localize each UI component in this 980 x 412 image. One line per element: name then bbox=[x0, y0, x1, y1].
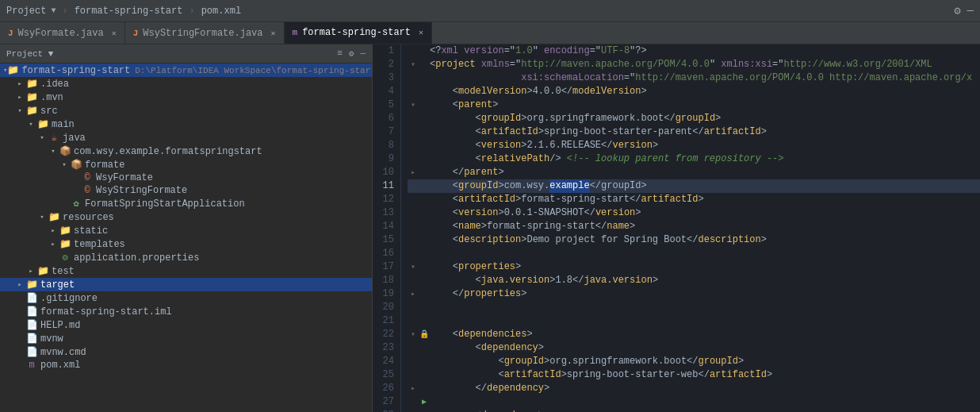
line-num-1: 1 bbox=[379, 44, 394, 58]
tree-node-java[interactable]: ▾ ☕ java bbox=[0, 131, 372, 144]
tree-node-mvnw[interactable]: ▸ 📄 mvnw bbox=[0, 332, 372, 345]
gutter-5 bbox=[419, 98, 430, 112]
fold-28[interactable] bbox=[408, 409, 419, 412]
line-num-3: 3 bbox=[379, 71, 394, 85]
fold-11[interactable] bbox=[408, 179, 419, 193]
code-line-13: <version>0.0.1-SNAPSHOT</version> bbox=[408, 206, 980, 220]
tree-node-appprops[interactable]: ▸ ⚙ application.properties bbox=[0, 251, 372, 264]
fold-12[interactable] bbox=[408, 193, 419, 206]
tree-node-templates[interactable]: ▸ 📁 templates bbox=[0, 237, 372, 251]
fold-24[interactable] bbox=[408, 355, 419, 368]
fold-5[interactable]: ▾ bbox=[408, 98, 419, 112]
code-line-22: ▾ 🔒 <dependencies> bbox=[408, 328, 980, 341]
code-line-4: <modelVersion>4.0.0</modelVersion> bbox=[408, 85, 980, 98]
tree-label-mvn: .mvn bbox=[40, 92, 63, 103]
tree-node-mvnwcmd[interactable]: ▸ 📄 mvnw.cmd bbox=[0, 345, 372, 359]
tab-close-icon[interactable]: ✕ bbox=[419, 28, 423, 37]
fold-20[interactable] bbox=[408, 301, 419, 314]
class-icon: © bbox=[81, 172, 94, 183]
tree-node-appclass[interactable]: ▸ ✿ FormatSpringStartApplication bbox=[0, 197, 372, 210]
sidebar-header-icons: ≡ ⚙ — bbox=[337, 48, 366, 59]
tree-node-help[interactable]: ▸ 📄 HELP.md bbox=[0, 318, 372, 332]
src-folder-icon: 📁 bbox=[25, 105, 38, 117]
tree-node-root[interactable]: ▾ 📁 format-spring-start D:\Platform\IDEA… bbox=[0, 64, 372, 77]
dropdown-arrow-icon[interactable]: ▼ bbox=[51, 6, 56, 15]
settings-icon[interactable]: ⚙ bbox=[954, 4, 960, 17]
fold-19[interactable]: ▸ bbox=[408, 287, 419, 301]
file-icon: 📄 bbox=[25, 292, 38, 304]
tree-arrow-java: ▾ bbox=[36, 133, 48, 142]
fold-10[interactable]: ▸ bbox=[408, 166, 419, 179]
folder-icon: 📁 bbox=[25, 78, 38, 90]
tree-node-idea[interactable]: ▸ 📁 .idea bbox=[0, 77, 372, 90]
code-line-11: <groupId>com.wsy.example</groupId> bbox=[408, 179, 980, 193]
project-label[interactable]: Project bbox=[6, 6, 46, 17]
fold-21[interactable] bbox=[408, 314, 419, 328]
tab-close-icon[interactable]: ✕ bbox=[271, 29, 276, 38]
breadcrumb-separator2: › bbox=[189, 6, 194, 17]
tab-close-icon[interactable]: ✕ bbox=[112, 29, 117, 38]
fold-23[interactable] bbox=[408, 341, 419, 355]
tab-wsystringformate[interactable]: J WsyStringFormate.java ✕ bbox=[125, 22, 285, 44]
tree-arrow-templates: ▸ bbox=[48, 240, 59, 248]
tree-node-formate[interactable]: ▾ 📦 formate bbox=[0, 158, 372, 171]
fold-3[interactable] bbox=[408, 71, 419, 85]
tree-label-target: target bbox=[40, 279, 75, 291]
settings-icon[interactable]: ⚙ bbox=[349, 48, 354, 59]
tree-node-resources[interactable]: ▾ 📁 resources bbox=[0, 210, 372, 224]
tab-pomxml[interactable]: m format-spring-start ✕ bbox=[285, 22, 432, 44]
fold-4[interactable] bbox=[408, 85, 419, 98]
tab-label: WsyStringFormate.java bbox=[143, 28, 262, 39]
tree-node-wsyformate[interactable]: ▸ © WsyFormate bbox=[0, 171, 372, 184]
fold-16[interactable] bbox=[408, 247, 419, 260]
tree-node-wsystringformate[interactable]: ▸ © WsyStringFormate bbox=[0, 184, 372, 197]
gutter-20 bbox=[419, 301, 430, 314]
fold-7[interactable] bbox=[408, 125, 419, 139]
sidebar-header: Project ▼ ≡ ⚙ — bbox=[0, 44, 372, 64]
fold-17[interactable]: ▾ bbox=[408, 260, 419, 274]
tree-label-resources: resources bbox=[63, 212, 114, 223]
highlight-example: example bbox=[549, 179, 589, 193]
breadcrumb-file: pom.xml bbox=[201, 6, 241, 17]
tree-label-appclass: FormatSpringStartApplication bbox=[85, 198, 245, 210]
fold-1[interactable] bbox=[408, 44, 419, 58]
tree-node-main[interactable]: ▾ 📁 main bbox=[0, 117, 372, 131]
tree-arrow-target: ▸ bbox=[14, 280, 25, 289]
line-num-23: 23 bbox=[379, 341, 394, 355]
line-num-28: 28 bbox=[379, 409, 394, 412]
fold-27[interactable] bbox=[408, 395, 419, 409]
tab-wsyformate[interactable]: J WsyFormate.java ✕ bbox=[0, 22, 125, 44]
tree-node-iml[interactable]: ▸ 📄 format-spring-start.iml bbox=[0, 305, 372, 318]
fold-6[interactable] bbox=[408, 112, 419, 125]
line-num-6: 6 bbox=[379, 112, 394, 125]
fold-14[interactable] bbox=[408, 220, 419, 233]
minus-icon[interactable]: — bbox=[360, 48, 366, 59]
tree-label-src: src bbox=[40, 106, 58, 117]
tree-node-gitignore[interactable]: ▸ 📄 .gitignore bbox=[0, 291, 372, 305]
tree-node-target[interactable]: ▸ 📁 target bbox=[0, 278, 372, 291]
xml-icon: m bbox=[293, 28, 298, 37]
tree-node-pom[interactable]: ▸ m pom.xml bbox=[0, 359, 372, 372]
tree-label-pom: pom.xml bbox=[40, 360, 80, 371]
fold-8[interactable] bbox=[408, 139, 419, 152]
tree-arrow-formate: ▾ bbox=[59, 160, 70, 169]
fold-18[interactable] bbox=[408, 274, 419, 287]
tree-node-static[interactable]: ▸ 📁 static bbox=[0, 224, 372, 237]
fold-22[interactable]: ▾ bbox=[408, 328, 419, 341]
tree-node-src[interactable]: ▾ 📁 src bbox=[0, 104, 372, 117]
code-line-10: ▸ </parent> bbox=[408, 166, 980, 179]
equalize-icon[interactable]: ≡ bbox=[337, 48, 343, 59]
tree-node-mvn[interactable]: ▸ 📁 .mvn bbox=[0, 90, 372, 104]
fold-15[interactable] bbox=[408, 233, 419, 247]
file-icon: 📄 bbox=[25, 333, 38, 345]
fold-25[interactable] bbox=[408, 368, 419, 382]
main-layout: Project ▼ ≡ ⚙ — ▾ 📁 format-spring-start … bbox=[0, 44, 980, 412]
fold-26[interactable]: ▸ bbox=[408, 382, 419, 395]
tree-node-test[interactable]: ▸ 📁 test bbox=[0, 264, 372, 278]
tree-node-com[interactable]: ▾ 📦 com.wsy.example.formatspringstart bbox=[0, 144, 372, 158]
fold-2[interactable]: ▾ bbox=[408, 58, 419, 71]
fold-9[interactable] bbox=[408, 152, 419, 166]
fold-13[interactable] bbox=[408, 206, 419, 220]
tab-label: format-spring-start bbox=[302, 27, 411, 38]
minimize-icon[interactable]: — bbox=[967, 4, 974, 17]
